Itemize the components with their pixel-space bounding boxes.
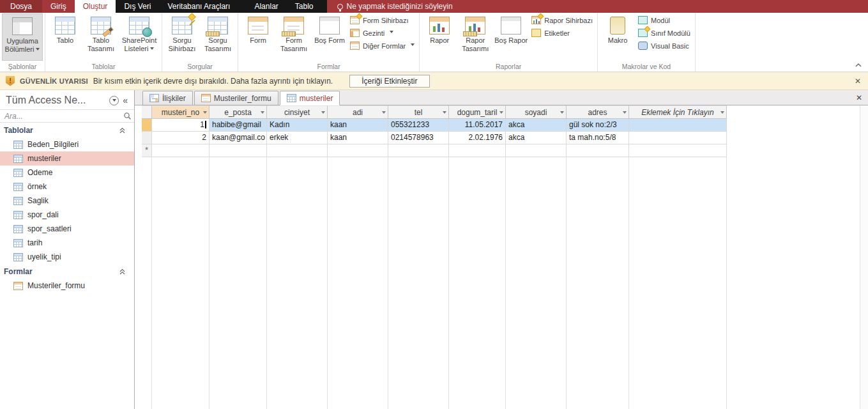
form-design-button[interactable]: Form Tasarımı [276,13,312,61]
data-cell[interactable] [209,144,267,157]
data-cell[interactable] [567,144,629,157]
nav-item-beden-bilgileri[interactable]: Beden_Bilgileri [0,137,134,151]
nav-group-tablolar[interactable]: Tablolar [0,123,134,137]
close-document-icon[interactable]: ✕ [856,93,862,102]
column-header-adi[interactable]: adi [328,105,388,119]
form-button[interactable]: Form [240,13,276,61]
data-cell-dogum-tarihi[interactable]: 11.05.2017 [449,119,506,132]
nav-group-formlar[interactable]: Formlar [0,264,134,279]
data-cell-tel[interactable]: 0214578963 [388,132,449,144]
data-cell-cinsiyet[interactable]: erkek [267,132,328,144]
visual-basic-button[interactable]: Visual Basic [638,42,690,50]
close-security-bar-icon[interactable]: ✕ [855,77,861,86]
filter-arrow-icon[interactable] [499,111,503,116]
tell-me-box[interactable]: Ne yapmak istediğinizi söyleyin [337,0,453,13]
macro-button[interactable]: Makro [600,13,636,61]
filter-arrow-icon[interactable] [203,111,207,116]
filter-arrow-icon[interactable] [321,111,325,116]
nav-item-saglik[interactable]: Saglik [0,194,134,208]
filter-arrow-icon[interactable] [720,111,724,116]
column-header-musteri-no[interactable]: musteri_no [152,105,209,119]
data-cell-musteri-no[interactable]: 2 [152,132,209,144]
data-cell-soyadi[interactable]: akca [506,119,567,132]
doc-tab-musteriler[interactable]: musteriler [280,91,340,105]
nav-item-spor-dali[interactable]: spor_dali [0,208,134,222]
labels-button[interactable]: Etiketler [531,29,593,37]
module-button[interactable]: Modül [638,16,690,24]
select-all-corner[interactable] [142,105,152,119]
app-parts-button[interactable]: Uygulama Bölümleri [2,13,43,61]
row-selector[interactable] [142,132,152,144]
doc-tab-musteriler-formu[interactable]: Musteriler_formu [194,91,278,105]
column-header-dogum-tarihi[interactable]: dogum_taril [449,105,506,119]
sharepoint-lists-button[interactable]: SharePoint Listeleri [119,13,160,61]
doc-tab-iliskiler[interactable]: İlişkiler [142,91,193,105]
tab-tablo[interactable]: Tablo [287,0,322,13]
data-cell-adi[interactable]: kaan [328,119,388,132]
column-header-tel[interactable]: tel [388,105,449,119]
data-cell-cinsiyet[interactable]: Kadın [267,119,328,132]
form-wizard-button[interactable]: Form Sihirbazı [350,16,415,24]
column-header-soyadi[interactable]: soyadi [506,105,567,119]
report-wizard-button[interactable]: Rapor Sihirbazı [531,16,593,24]
tab-veritabani-araclari[interactable]: Veritabanı Araçları [159,0,238,13]
navigation-button[interactable]: Gezinti [350,29,415,37]
data-cell-tel[interactable]: 055321233 [388,119,449,132]
search-icon[interactable] [123,112,132,120]
column-header-adres[interactable]: adres [567,105,629,119]
collapse-pane-icon[interactable]: « [123,95,128,105]
nav-item-odeme[interactable]: Odeme [0,166,134,180]
data-cell-adres[interactable]: gül sok no:2/3 [567,119,629,132]
class-module-button[interactable]: Sınıf Modülü [638,29,690,37]
tab-dosya[interactable]: Dosya [0,0,42,13]
report-design-button[interactable]: Rapor Tasarımı [457,13,493,61]
filter-arrow-icon[interactable] [623,111,627,116]
blank-form-button[interactable]: Boş Form [312,13,347,61]
nav-item-ornek[interactable]: örnek [0,180,134,194]
nav-item-musteriler-formu[interactable]: Musteriler_formu [0,279,134,293]
data-cell-e-posta[interactable]: kaan@gmail.co [209,132,267,144]
column-header-cinsiyet[interactable]: cinsiyet [267,105,328,119]
query-wizard-button[interactable]: Sorgu Sihirbazı [164,13,200,61]
data-cell[interactable] [388,144,449,157]
filter-arrow-icon[interactable] [443,111,446,116]
data-cell-add-column[interactable] [629,132,727,144]
vertical-scrollbar[interactable] [860,105,868,409]
tab-olustur[interactable]: Oluştur [75,0,116,13]
data-cell-dogum-tarihi[interactable]: 2.02.1976 [449,132,506,144]
tab-dis-veri[interactable]: Dış Veri [116,0,159,13]
new-record-selector[interactable]: * [142,144,152,157]
data-cell-musteri-no[interactable]: 1 [152,119,209,132]
data-cell-adres[interactable]: ta mah.no:5/8 [567,132,629,144]
more-forms-button[interactable]: Diğer Formlar [350,42,415,50]
add-column-header[interactable]: Eklemek İçin Tıklayın [629,105,727,119]
enable-content-button[interactable]: İçeriği Etkinleştir [349,75,429,88]
data-cell-e-posta[interactable]: habibe@gmail [209,119,267,132]
nav-item-tarih[interactable]: tarih [0,236,134,250]
blank-report-button[interactable]: Boş Rapor [493,13,529,61]
table-design-button[interactable]: Tablo Tasarımı [83,13,119,61]
data-cell-add-column[interactable] [629,119,727,132]
nav-item-musteriler[interactable]: musteriler [0,151,134,166]
row-selector-editing[interactable] [142,119,152,132]
data-cell[interactable] [506,144,567,157]
filter-arrow-icon[interactable] [261,111,264,116]
collapse-ribbon-icon[interactable] [855,60,862,69]
nav-item-spor-saatleri[interactable]: spor_saatleri [0,222,134,236]
column-header-e-posta[interactable]: e_posta [209,105,267,119]
search-input[interactable] [4,112,123,121]
nav-pane-menu-icon[interactable] [109,96,119,105]
filter-arrow-icon[interactable] [382,111,386,116]
data-cell[interactable] [629,144,727,157]
data-cell[interactable] [328,144,388,157]
tab-giris[interactable]: Giriş [42,0,75,13]
tab-alanlar[interactable]: Alanlar [246,0,286,13]
data-cell[interactable] [449,144,506,157]
data-cell-adi[interactable]: kaan [328,132,388,144]
data-cell[interactable] [267,144,328,157]
filter-arrow-icon[interactable] [560,111,564,116]
data-cell-soyadi[interactable]: akca [506,132,567,144]
query-design-button[interactable]: Sorgu Tasarımı [200,13,236,61]
table-button[interactable]: Tablo [47,13,83,61]
nav-item-uyelik-tipi[interactable]: uyelik_tipi [0,250,134,264]
